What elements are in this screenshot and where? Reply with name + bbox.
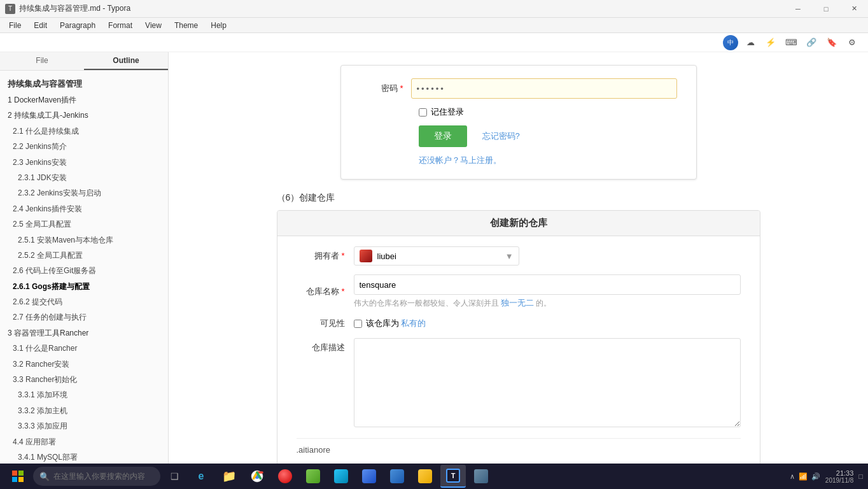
outline-item[interactable]: 3.3.3 添加应用 (3, 418, 165, 434)
outline-item[interactable]: 2.3.2 Jenkins安装与启动 (3, 185, 165, 201)
time-display: 21:33 (825, 469, 854, 477)
repo-name-input[interactable] (354, 274, 741, 295)
tab-outline[interactable]: Outline (84, 52, 168, 70)
taskbar-app-cyan[interactable] (328, 465, 354, 488)
visibility-row: 可见性 该仓库为 私有的 (297, 318, 741, 329)
search-icon: 🔍 (39, 472, 50, 481)
taskbar-app-green[interactable] (300, 465, 326, 488)
owner-select[interactable]: liubei ▼ (354, 246, 519, 266)
notification-icon[interactable]: □ (858, 472, 863, 480)
svg-rect-2 (12, 477, 17, 482)
volume-icon[interactable]: 🔊 (811, 472, 820, 481)
outline-item[interactable]: 2.7 任务的创建与执行 (3, 309, 165, 325)
title-bar: T 持续集成与容器管理.md - Typora ─ □ ✕ (0, 0, 868, 18)
outline-item[interactable]: 2.1 什么是持续集成 (3, 124, 165, 139)
menu-format[interactable]: Format (102, 20, 139, 31)
outline-item[interactable]: 2.3.1 JDK安装 (3, 170, 165, 185)
taskbar-app-yellow[interactable] (412, 465, 438, 488)
remember-checkbox[interactable] (419, 108, 427, 117)
toolbar-icon-cloud[interactable]: ☁ (742, 35, 759, 50)
menu-file[interactable]: File (3, 20, 27, 31)
menu-paragraph[interactable]: Paragraph (53, 20, 102, 31)
outline-item[interactable]: 3.3.2 添加主机 (3, 403, 165, 418)
taskbar-app-explorer[interactable]: 📁 (216, 465, 242, 488)
toolbar-icon-share[interactable]: 🔗 (803, 35, 820, 50)
outline-item[interactable]: 3 容器管理工具Rancher (3, 325, 165, 341)
forgot-password-link[interactable]: 忘记密码? (482, 131, 520, 142)
outline-item[interactable]: 2.6.2 提交代码 (3, 294, 165, 309)
tab-file[interactable]: File (0, 52, 84, 70)
outline-item[interactable]: 2.5 全局工具配置 (3, 216, 165, 232)
toolbar-icon-bookmark[interactable]: 🔖 (823, 35, 840, 50)
repo-hint-link[interactable]: 独一无二 (501, 298, 534, 308)
outline-item[interactable]: 3.3.1 添加环境 (3, 387, 165, 402)
private-checkbox[interactable] (354, 320, 362, 328)
clock[interactable]: 21:33 2019/11/8 (825, 469, 854, 484)
taskbar-app-taskview[interactable]: ❑ (163, 465, 186, 488)
outline-item[interactable]: 2.4 Jenkins插件安装 (3, 201, 165, 216)
menu-view[interactable]: View (139, 20, 168, 31)
remember-row: 记住登录 (419, 106, 677, 118)
password-label: 密码 * (360, 83, 411, 94)
login-section: 密码 * 记住登录 登录 忘记密码? 还没帐户？马上注册。 (220, 65, 817, 180)
password-input[interactable] (411, 78, 677, 99)
tray-up-arrow[interactable]: ∧ (790, 472, 795, 481)
taskbar-app-edge[interactable]: e (188, 465, 214, 488)
explorer-icon: 📁 (222, 469, 236, 483)
taskbar-app-blue2[interactable] (384, 465, 410, 488)
password-row: 密码 * (360, 78, 677, 99)
taskbar-app-photo[interactable] (468, 465, 494, 488)
search-bar[interactable]: 🔍 (33, 467, 160, 486)
task-view-icon: ❑ (171, 471, 179, 481)
svg-rect-0 (12, 471, 17, 476)
menu-edit[interactable]: Edit (27, 20, 53, 31)
description-textarea[interactable] (354, 338, 741, 427)
close-button[interactable]: ✕ (840, 0, 868, 18)
taskbar-app-blue1[interactable] (356, 465, 382, 488)
dropdown-chevron-icon: ▼ (505, 252, 514, 261)
menu-theme[interactable]: Theme (168, 20, 204, 31)
taskbar-app-chrome[interactable] (244, 465, 270, 488)
toolbar-icon-settings[interactable]: ⚙ (844, 35, 860, 50)
taskbar-search-input[interactable] (53, 472, 149, 481)
toolbar-icon-keyboard[interactable]: ⌨ (783, 35, 799, 50)
sidebar-content: 持续集成与容器管理 1 DockerMaven插件 2 持续集成工具-Jenki… (0, 71, 168, 470)
login-action-row: 登录 忘记密码? (419, 125, 677, 147)
outline-item[interactable]: 2.2 Jenkins简介 (3, 139, 165, 154)
minimize-button[interactable]: ─ (784, 0, 812, 18)
outline-item[interactable]: 3.1 什么是Rancher (3, 341, 165, 356)
outline-item[interactable]: 3.2 Rancher安装 (3, 357, 165, 372)
private-link[interactable]: 私有的 (401, 318, 426, 329)
window-title: 持续集成与容器管理.md - Typora (19, 3, 130, 14)
outline-item[interactable]: 2.5.2 全局工具配置 (3, 248, 165, 263)
outline-item[interactable]: 2.3 Jenkins安装 (3, 155, 165, 170)
owner-avatar-icon (360, 250, 372, 262)
cyan-app-icon (334, 469, 348, 483)
outline-item-active[interactable]: 2.6.1 Gogs搭建与配置 (3, 279, 165, 294)
content-area[interactable]: 密码 * 记住登录 登录 忘记密码? 还没帐户？马上注册。 (169, 52, 868, 470)
outline-item[interactable]: 2.6 代码上传至Git服务器 (3, 263, 165, 278)
taskbar-right: ∧ 📶 🔊 21:33 2019/11/8 □ (790, 469, 863, 484)
visibility-checkbox-row: 该仓库为 私有的 (354, 318, 741, 329)
red-app-icon (278, 469, 292, 483)
outline-item[interactable]: 1 DockerMaven插件 (3, 92, 165, 108)
outline-item[interactable]: 3.3 Rancher初始化 (3, 372, 165, 387)
taskbar-app-typora[interactable]: T (440, 465, 466, 488)
menu-help[interactable]: Help (204, 20, 233, 31)
start-button[interactable] (5, 465, 31, 488)
menu-bar: File Edit Paragraph Format View Theme He… (0, 18, 868, 33)
login-button[interactable]: 登录 (419, 125, 467, 147)
toolbar-icon-bolt[interactable]: ⚡ (762, 35, 779, 50)
outline-item[interactable]: 2 持续集成工具-Jenkins (3, 108, 165, 123)
outline-item[interactable]: 4.4 应用部署 (3, 434, 165, 450)
gitignore-section: .aitianore (297, 438, 741, 455)
repo-form-body: 拥有者 * liubei ▼ (277, 236, 760, 465)
taskbar-app-red[interactable] (272, 465, 298, 488)
wifi-icon: 📶 (799, 472, 808, 481)
outline-item[interactable]: 2.5.1 安装Maven与本地仓库 (3, 232, 165, 248)
maximize-button[interactable]: □ (812, 0, 840, 18)
register-link[interactable]: 还没帐户？马上注册。 (419, 155, 501, 165)
create-repo-section: （6）创建仓库 创建新的仓库 拥有者 * (277, 192, 760, 465)
date-display: 2019/11/8 (825, 477, 854, 484)
outline-item[interactable]: 3.4.1 MySQL部署 (3, 450, 165, 465)
